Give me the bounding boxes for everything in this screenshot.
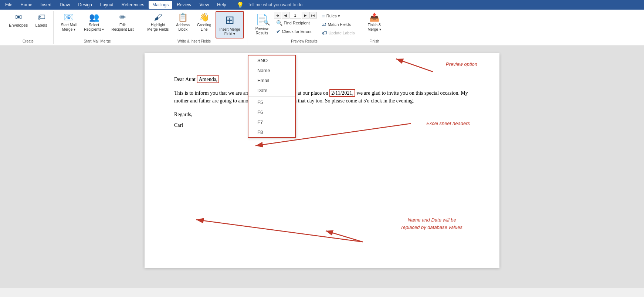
preview-results-icon: 📄 🔍	[255, 13, 268, 26]
dropdown-item-email[interactable]: Email	[248, 75, 295, 85]
main-content: Dear Aunt Amenda, This is to inform you …	[0, 46, 644, 288]
labels-button[interactable]: 🏷 Labels	[32, 11, 50, 30]
ribbon-group-preview-results: 📄 🔍 Preview Results ⏮ ◀ ▶ ⏭ 🔍	[249, 11, 360, 44]
menu-view[interactable]: View	[196, 1, 213, 9]
start-merge-icon: 📧	[64, 13, 74, 22]
nav-page-input[interactable]	[289, 12, 301, 18]
svg-line-3	[196, 220, 363, 242]
menu-insert[interactable]: Insert	[37, 1, 55, 9]
highlight-label: Highlight Merge Fields	[148, 23, 169, 32]
tell-me-input[interactable]: Tell me what you want to do	[245, 1, 305, 8]
address-block-icon: 📋	[178, 13, 188, 22]
menu-bar: File Home Insert Draw Design Layout Refe…	[0, 0, 644, 10]
ribbon-group-create: ✉ Envelopes 🏷 Labels Create	[3, 11, 54, 44]
insert-merge-field-dropdown: SNO Name Email Date F5 F6 F7 F8	[248, 55, 296, 138]
start-mail-merge-label: Start Mail Merge ▾	[61, 23, 77, 32]
address-block-button[interactable]: 📋 Address Block	[173, 11, 193, 33]
labels-label: Labels	[35, 23, 47, 28]
lightbulb-icon: 💡	[237, 1, 244, 9]
dropdown-item-f7[interactable]: F7	[248, 117, 295, 127]
select-recipients-icon: 👥	[89, 13, 99, 22]
dropdown-item-date[interactable]: Date	[248, 85, 295, 95]
greeting-label: Greeting Line	[197, 23, 211, 32]
menu-references[interactable]: References	[118, 1, 148, 9]
menu-draw[interactable]: Draw	[56, 1, 74, 9]
letter-greeting: Dear Aunt Amenda,	[174, 75, 470, 83]
finish-merge-icon: 📤	[369, 13, 379, 22]
page-area: Dear Aunt Amenda, This is to inform you …	[0, 46, 644, 288]
update-labels-label: Update Labels	[329, 31, 355, 35]
ribbon-group-start-mail-merge: 📧 Start Mail Merge ▾ 👥 Select Recipients…	[55, 11, 140, 44]
check-for-errors-button[interactable]: ✔ Check for Errors	[274, 27, 317, 36]
menu-design[interactable]: Design	[74, 1, 95, 9]
menu-layout[interactable]: Layout	[96, 1, 117, 9]
update-labels-button[interactable]: 🏷 Update Labels	[320, 29, 357, 37]
name-date-annotation: Name and Date will be replaced by databa…	[401, 216, 462, 231]
ribbon-group-finish: 📤 Finish & Merge ▾ Finish	[362, 11, 387, 44]
find-recipient-button[interactable]: 🔍 Find Recipient	[274, 19, 317, 27]
finish-group-label: Finish	[369, 39, 379, 44]
highlight-icon: 🖌	[154, 13, 162, 22]
dropdown-item-name[interactable]: Name	[248, 65, 295, 75]
nav-next-button[interactable]: ▶	[302, 12, 309, 18]
menu-review[interactable]: Review	[173, 1, 195, 9]
letter-body: This is to inform you that we are arrang…	[174, 89, 470, 105]
greeting-icon: 👋	[199, 13, 209, 22]
check-errors-icon: ✔	[276, 28, 281, 34]
word-page[interactable]: Dear Aunt Amenda, This is to inform you …	[145, 53, 499, 268]
greeting-line-button[interactable]: 👋 Greeting Line	[194, 11, 214, 33]
greeting-text: Dear Aunt	[174, 77, 197, 82]
annotation-arrows	[145, 53, 499, 268]
ribbon-body: ✉ Envelopes 🏷 Labels Create 📧 Start Mail…	[0, 10, 644, 46]
ribbon-group-write-insert: 🖌 Highlight Merge Fields 📋 Address Block…	[142, 11, 247, 44]
update-labels-icon: 🏷	[322, 30, 327, 36]
menu-home[interactable]: Home	[17, 1, 36, 9]
name-field-highlighted: Amenda,	[197, 75, 219, 83]
dropdown-item-f5[interactable]: F5	[248, 97, 295, 107]
dropdown-item-f8[interactable]: F8	[248, 127, 295, 137]
nav-prev-button[interactable]: ◀	[282, 12, 289, 18]
envelopes-label: Envelopes	[9, 23, 28, 28]
edit-recipient-list-button[interactable]: ✏ Edit Recipient List	[109, 11, 137, 33]
find-recipient-label: Find Recipient	[284, 21, 310, 25]
start-mail-merge-button[interactable]: 📧 Start Mail Merge ▾	[58, 11, 79, 33]
dropdown-item-sno[interactable]: SNO	[248, 55, 295, 65]
preview-results-button[interactable]: 📄 🔍 Preview Results	[252, 11, 272, 37]
match-fields-label: Match Fields	[328, 22, 351, 27]
menu-help[interactable]: Help	[213, 1, 230, 9]
dropdown-item-f6[interactable]: F6	[248, 107, 295, 117]
nav-row: ⏮ ◀ ▶ ⏭	[274, 12, 317, 18]
menu-mailings[interactable]: Mailings	[149, 1, 172, 9]
match-fields-icon: ⇄	[322, 21, 326, 27]
labels-icon: 🏷	[37, 13, 45, 22]
rules-icon: ≡	[322, 13, 325, 19]
select-recipients-button[interactable]: 👥 Select Recipients ▾	[81, 11, 107, 33]
highlight-merge-fields-button[interactable]: 🖌 Highlight Merge Fields	[145, 11, 172, 33]
edit-recipient-icon: ✏	[119, 13, 126, 22]
match-fields-button[interactable]: ⇄ Match Fields	[320, 20, 357, 28]
preview-option-annotation: Preview option	[446, 61, 477, 68]
finish-merge-label: Finish & Merge ▾	[367, 23, 381, 32]
rules-button[interactable]: ≡ Rules ▾	[320, 12, 357, 20]
insert-merge-label: Insert Merge Field ▾	[219, 27, 240, 36]
finish-merge-button[interactable]: 📤 Finish & Merge ▾	[365, 11, 384, 33]
nav-last-button[interactable]: ⏭	[309, 12, 317, 18]
date-field-highlighted: 2/11/2021,	[329, 89, 355, 97]
insert-merge-field-button[interactable]: ⊞ Insert Merge Field ▾	[216, 11, 244, 38]
write-insert-group-label: Write & Insert Fields	[177, 39, 211, 44]
nav-first-button[interactable]: ⏮	[274, 12, 281, 18]
preview-results-label: Preview Results	[255, 27, 269, 36]
rules-label: Rules ▾	[326, 14, 340, 18]
start-mail-merge-group-label: Start Mail Merge	[84, 39, 111, 44]
envelopes-button[interactable]: ✉ Envelopes	[6, 11, 31, 30]
ribbon-container: File Home Insert Draw Design Layout Refe…	[0, 0, 644, 10]
envelope-icon: ✉	[15, 13, 22, 22]
menu-file[interactable]: File	[1, 1, 16, 9]
select-recipients-label: Select Recipients ▾	[84, 23, 104, 32]
address-block-label: Address Block	[176, 23, 190, 32]
excel-headers-annotation: Excel sheet headers	[426, 120, 470, 127]
svg-line-4	[326, 231, 363, 242]
letter-signature: Carl	[174, 121, 470, 129]
create-group-label: Create	[23, 39, 34, 44]
insert-merge-icon: ⊞	[225, 13, 234, 27]
